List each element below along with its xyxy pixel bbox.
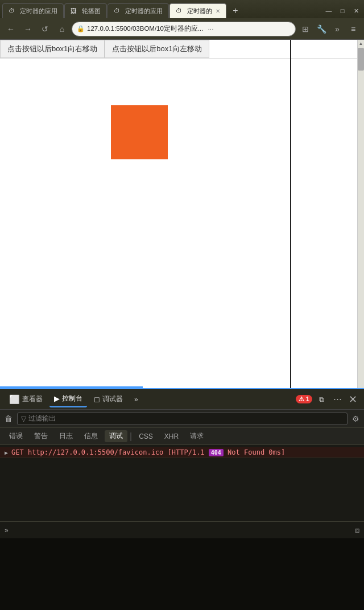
console-input-row[interactable]: » ⧈ bbox=[0, 521, 364, 538]
devtools-more-button[interactable]: ··· bbox=[331, 393, 344, 405]
filter-separator: | bbox=[130, 431, 132, 442]
entry-message: GET http://127.0.0.1:5500/favicon.ico [H… bbox=[11, 448, 359, 456]
entry-expand-arrow[interactable]: ▶ bbox=[5, 450, 8, 456]
inspector-label: 查看器 bbox=[22, 394, 43, 404]
devtools-tab-console[interactable]: ▶ 控制台 bbox=[49, 391, 87, 407]
tab-2[interactable]: 🖼 轮播图 bbox=[64, 3, 107, 18]
content-area: 点击按钮以后box1向右移动 点击按钮以后box1向左移动 ▲ bbox=[0, 40, 364, 388]
page-content: 点击按钮以后box1向右移动 点击按钮以后box1向左移动 bbox=[0, 40, 357, 388]
console-entry-1: ▶ GET http://127.0.0.1:5500/favicon.ico … bbox=[0, 447, 364, 458]
url-text: 127.0.0.1:5500/03BOM/10定时器的应... bbox=[87, 24, 204, 33]
maximize-button[interactable]: □ bbox=[337, 6, 348, 16]
entry-text: GET http://127.0.0.1:5500/favicon.ico [H… bbox=[11, 448, 209, 456]
filter-requests[interactable]: 请求 bbox=[185, 430, 208, 442]
log-level-filters: 错误 警告 日志 信息 调试 | CSS XHR 请求 bbox=[0, 428, 364, 445]
tab-3[interactable]: ⏱ 定时器的应用 bbox=[107, 3, 169, 18]
debugger-label: 调试器 bbox=[102, 394, 123, 404]
console-clear-button[interactable]: 🗑 bbox=[5, 414, 13, 423]
window-controls: — □ ✕ bbox=[323, 6, 362, 18]
nav-icons: ⊞ 🔧 » ≡ bbox=[298, 22, 361, 36]
bottom-dark-area bbox=[0, 538, 364, 610]
http-status-badge: 404 bbox=[209, 449, 224, 456]
filter-info[interactable]: 信息 bbox=[80, 430, 102, 442]
tab-4-active[interactable]: ⏱ 定时器的 ✕ bbox=[169, 3, 226, 18]
filter-css[interactable]: CSS bbox=[134, 431, 158, 442]
move-left-button[interactable]: 点击按钮以后box1向左移动 bbox=[105, 40, 209, 58]
entry-rest: Not Found 0ms] bbox=[224, 448, 285, 456]
console-icon: ▶ bbox=[54, 394, 60, 403]
back-button[interactable]: ← bbox=[3, 22, 18, 36]
devtools-panel: ⬜ 查看器 ▶ 控制台 ◻ 调试器 » ⚠ 1 ⧉ ··· ✕ 🗑 bbox=[0, 388, 364, 610]
extensions-button[interactable]: ⊞ bbox=[298, 22, 313, 36]
tab-favicon-2: 🖼 bbox=[71, 7, 78, 15]
scrollbar-thumb[interactable] bbox=[358, 48, 364, 71]
progress-bar bbox=[0, 386, 143, 388]
more-nav-button[interactable]: » bbox=[330, 22, 345, 36]
console-label: 控制台 bbox=[62, 394, 82, 403]
error-icon: ⚠ bbox=[299, 395, 304, 402]
forward-button[interactable]: → bbox=[20, 22, 35, 36]
filter-debug[interactable]: 调试 bbox=[105, 430, 127, 442]
new-tab-button[interactable]: + bbox=[228, 3, 243, 18]
vertical-divider bbox=[290, 40, 291, 388]
console-chevron-icon: » bbox=[5, 526, 9, 534]
tab-label-4: 定时器的 bbox=[187, 7, 212, 15]
orange-box bbox=[111, 105, 168, 159]
devtools-tab-debugger[interactable]: ◻ 调试器 bbox=[89, 391, 127, 407]
tab-1[interactable]: ⏱ 定时器的应用 bbox=[2, 3, 64, 18]
move-right-button[interactable]: 点击按钮以后box1向右移动 bbox=[0, 40, 105, 58]
inspector-icon: ⬜ bbox=[9, 394, 20, 405]
tab-favicon-3: ⏱ bbox=[114, 7, 122, 15]
error-count: 1 bbox=[306, 395, 309, 402]
browser-window: ⏱ 定时器的应用 🖼 轮播图 ⏱ 定时器的应用 ⏱ 定时器的 ✕ + — □ ✕… bbox=[0, 0, 364, 610]
error-count-badge: ⚠ 1 bbox=[296, 395, 312, 403]
filter-placeholder: 过滤输出 bbox=[28, 414, 56, 423]
console-filter-toolbar: 🗑 ▽ 过滤输出 ⚙ bbox=[0, 410, 364, 428]
devtools-more-tabs[interactable]: » bbox=[130, 391, 143, 407]
devtools-tab-inspector[interactable]: ⬜ 查看器 bbox=[5, 391, 47, 407]
tab-favicon-4: ⏱ bbox=[176, 7, 184, 15]
filter-errors[interactable]: 错误 bbox=[5, 430, 27, 442]
settings-button[interactable]: 🔧 bbox=[314, 22, 329, 36]
filter-icon: ▽ bbox=[21, 415, 26, 423]
filter-xhr[interactable]: XHR bbox=[160, 431, 183, 442]
filter-warnings[interactable]: 警告 bbox=[30, 430, 52, 442]
console-settings-button[interactable]: ⚙ bbox=[352, 414, 359, 423]
lock-icon: 🔒 bbox=[77, 25, 85, 32]
scrollbar-up[interactable]: ▲ bbox=[358, 40, 364, 47]
tab-label-2: 轮播图 bbox=[82, 7, 101, 15]
tab-favicon-1: ⏱ bbox=[9, 7, 16, 15]
close-window-button[interactable]: ✕ bbox=[350, 6, 362, 16]
home-button[interactable]: ⌂ bbox=[55, 22, 69, 36]
devtools-toolbar: ⬜ 查看器 ▶ 控制台 ◻ 调试器 » ⚠ 1 ⧉ ··· ✕ bbox=[0, 389, 364, 410]
nav-bar: ← → ↺ ⌂ 🔒 127.0.0.1:5500/03BOM/10定时器的应..… bbox=[0, 18, 364, 40]
page-buttons: 点击按钮以后box1向右移动 点击按钮以后box1向左移动 bbox=[0, 40, 357, 59]
minimize-button[interactable]: — bbox=[323, 6, 334, 16]
debugger-icon: ◻ bbox=[94, 395, 100, 403]
split-doc-icon[interactable]: ⧈ bbox=[355, 526, 359, 535]
tab-close-4[interactable]: ✕ bbox=[216, 8, 220, 14]
console-filter-input[interactable]: ▽ 过滤输出 bbox=[17, 413, 348, 425]
scrollbar-vertical[interactable]: ▲ bbox=[357, 40, 364, 388]
tab-label-3: 定时器的应用 bbox=[125, 7, 163, 15]
filter-log[interactable]: 日志 bbox=[55, 430, 77, 442]
refresh-button[interactable]: ↺ bbox=[38, 22, 52, 36]
split-view-button[interactable]: ⧉ bbox=[315, 391, 329, 407]
tab-bar: ⏱ 定时器的应用 🖼 轮播图 ⏱ 定时器的应用 ⏱ 定时器的 ✕ + — □ ✕ bbox=[0, 0, 364, 18]
menu-button[interactable]: ≡ bbox=[346, 22, 361, 36]
tab-label-1: 定时器的应用 bbox=[20, 7, 57, 15]
address-more-button[interactable]: ··· bbox=[208, 25, 214, 33]
console-output: ▶ GET http://127.0.0.1:5500/favicon.ico … bbox=[0, 445, 364, 521]
address-bar[interactable]: 🔒 127.0.0.1:5500/03BOM/10定时器的应... ··· bbox=[72, 22, 296, 36]
devtools-close-button[interactable]: ✕ bbox=[346, 393, 359, 406]
